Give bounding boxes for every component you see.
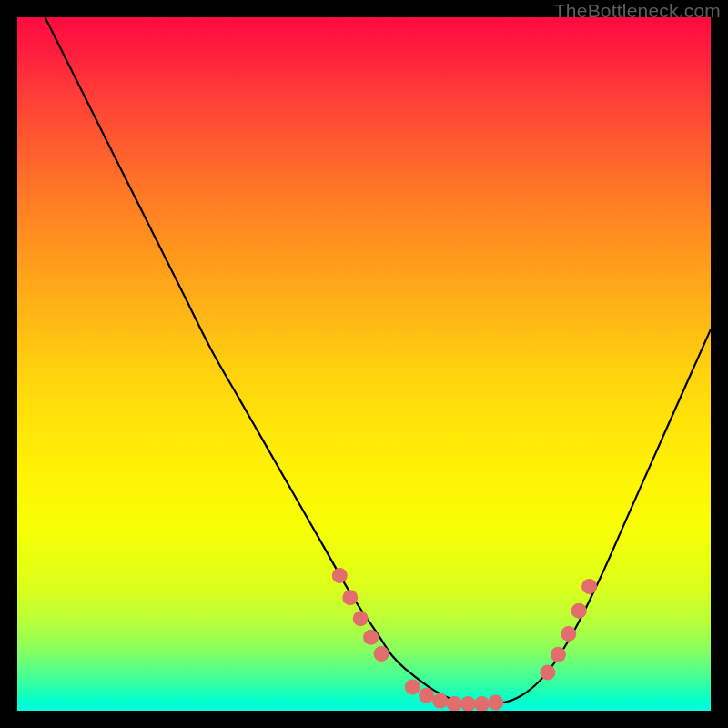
highlight-dots (332, 568, 597, 711)
curve-layer (17, 17, 711, 711)
chart-stage: TheBottleneck.com (0, 0, 728, 728)
highlight-dot (342, 590, 358, 605)
highlight-dot (332, 568, 348, 583)
watermark-text: TheBottleneck.com (554, 0, 721, 22)
highlight-dot (460, 696, 476, 711)
highlight-dot (571, 603, 587, 619)
highlight-dot (561, 626, 576, 642)
highlight-dot (374, 646, 389, 662)
highlight-dot (488, 694, 503, 710)
highlight-dot (551, 647, 566, 662)
highlight-dot (540, 665, 555, 681)
highlight-dot (405, 680, 420, 695)
bottleneck-curve (46, 17, 712, 704)
highlight-dot (353, 611, 369, 626)
highlight-dot (363, 630, 379, 645)
highlight-dot (419, 688, 434, 703)
highlight-dot (581, 579, 597, 594)
highlight-dot (432, 693, 448, 709)
highlight-dot (474, 696, 490, 711)
plot-area (17, 17, 711, 711)
